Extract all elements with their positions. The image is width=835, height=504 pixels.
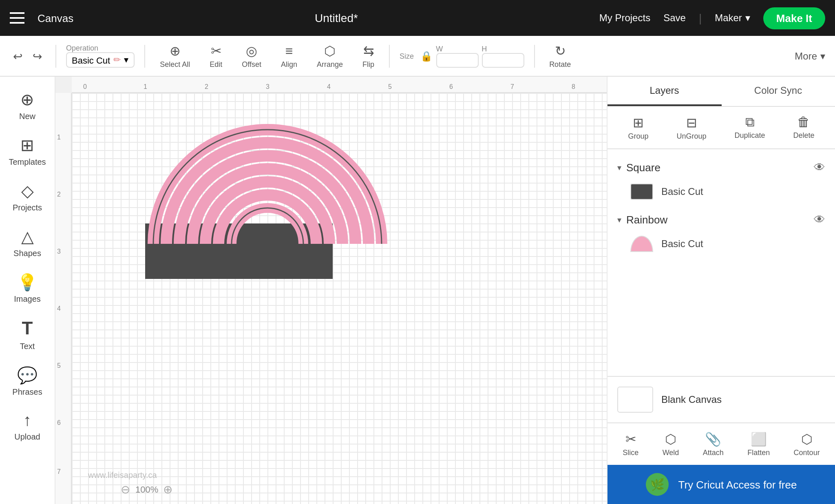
tab-layers[interactable]: Layers	[607, 77, 721, 106]
layer-group-rainbow: ▾ Rainbow 👁 Basic Cut	[607, 208, 835, 257]
top-bar-right: My Projects Save | Maker ▾ Make It	[599, 7, 825, 29]
layer-item-square-cut[interactable]: Basic Cut	[607, 179, 835, 205]
zoom-control: ⊖ 100% ⊕	[121, 483, 173, 496]
contour-icon: ⬡	[801, 431, 813, 447]
sidebar-item-upload[interactable]: ↑ Upload	[4, 405, 51, 448]
duplicate-button[interactable]: ⧉ Duplicate	[728, 112, 771, 144]
sidebar-item-images[interactable]: 💡 Images	[4, 266, 51, 310]
flatten-icon: ⬜	[751, 431, 767, 447]
width-input[interactable]	[436, 53, 478, 67]
blank-canvas-section[interactable]: Blank Canvas	[607, 376, 835, 422]
arrange-icon: ⬡	[324, 43, 336, 59]
group-icon: ⊞	[633, 115, 643, 130]
align-button[interactable]: ≡ Align	[276, 40, 302, 71]
top-bar: Canvas Untitled* My Projects Save | Make…	[0, 0, 835, 36]
toolbar: ↩ ↪ Operation Basic Cut ✏ ▾ ⊕ Select All…	[0, 36, 835, 77]
save-link[interactable]: Save	[663, 12, 686, 24]
top-bar-center: Untitled*	[86, 11, 586, 24]
arrange-button[interactable]: ⬡ Arrange	[312, 40, 348, 72]
sidebar-item-text[interactable]: T Text	[4, 312, 51, 357]
sidebar-item-phrases[interactable]: 💬 Phrases	[4, 359, 51, 403]
templates-icon: ⊞	[20, 135, 34, 155]
ungroup-icon: ⊟	[686, 115, 697, 130]
lock-icon: 🔒	[420, 50, 433, 62]
layer-group-rainbow-header[interactable]: ▾ Rainbow 👁	[607, 208, 835, 231]
more-button[interactable]: More ▾	[795, 50, 825, 62]
size-group: Size 🔒 W H	[400, 44, 524, 67]
cricut-icon: 🌿	[646, 473, 669, 496]
sidebar-item-projects[interactable]: ◇ Projects	[4, 175, 51, 219]
ruler-vertical: 1 2 3 4 5 6 7 8	[55, 93, 72, 504]
make-it-button[interactable]: Make It	[763, 7, 825, 29]
projects-icon: ◇	[21, 181, 33, 201]
upload-icon: ↑	[23, 411, 31, 430]
attach-icon: 📎	[705, 431, 721, 447]
plus-icon: ⊕	[20, 90, 34, 109]
phrases-icon: 💬	[17, 365, 38, 385]
text-icon: T	[22, 318, 33, 339]
rotate-button[interactable]: ↻ Rotate	[544, 40, 576, 72]
edit-button[interactable]: ✂ Edit	[205, 40, 227, 72]
left-sidebar: ⊕ New ⊞ Templates ◇ Projects △ Shapes 💡 …	[0, 77, 55, 504]
attach-button[interactable]: 📎 Attach	[698, 428, 729, 460]
select-all-icon: ⊕	[170, 43, 180, 59]
slice-button[interactable]: ✂ Slice	[618, 428, 643, 460]
visibility-icon[interactable]: 👁	[814, 213, 825, 226]
operation-group: Operation Basic Cut ✏ ▾	[66, 44, 135, 68]
layer-group-square-header[interactable]: ▾ Square 👁	[607, 156, 835, 179]
sidebar-item-new[interactable]: ⊕ New	[4, 83, 51, 127]
offset-button[interactable]: ◎ Offset	[237, 40, 266, 72]
pen-icon: ✏	[113, 55, 121, 65]
ruler-horizontal: 0 1 2 3 4 5 6 7 8 9 10 11	[72, 77, 607, 93]
panel-bottom-toolbar: ✂ Slice ⬡ Weld 📎 Attach ⬜ Flatten ⬡ Cont…	[607, 422, 835, 465]
size-label: Size	[400, 52, 414, 60]
watermark: www.lifeisaparty.ca	[88, 471, 157, 480]
redo-button[interactable]: ↪	[29, 46, 46, 66]
align-icon: ≡	[285, 44, 293, 58]
blank-canvas-label: Blank Canvas	[661, 394, 722, 405]
flatten-button[interactable]: ⬜ Flatten	[742, 428, 775, 460]
undo-button[interactable]: ↩	[10, 46, 26, 66]
operation-label: Operation	[66, 44, 135, 52]
flip-button[interactable]: ⇆ Flip	[358, 40, 379, 72]
sidebar-item-shapes[interactable]: △ Shapes	[4, 220, 51, 264]
height-label: H	[482, 44, 524, 53]
delete-button[interactable]: 🗑 Delete	[786, 112, 821, 144]
images-icon: 💡	[17, 272, 38, 292]
rotate-icon: ↻	[555, 43, 566, 59]
weld-button[interactable]: ⬡ Weld	[658, 428, 684, 460]
panel-tabs: Layers Color Sync	[607, 77, 835, 107]
try-banner-text: Try Cricut Access for free	[678, 478, 797, 491]
try-cricut-banner[interactable]: 🌿 Try Cricut Access for free	[607, 465, 835, 504]
offset-icon: ◎	[246, 43, 257, 59]
zoom-in-button[interactable]: ⊕	[163, 483, 173, 496]
layer-item-rainbow-cut[interactable]: Basic Cut	[607, 231, 835, 257]
zoom-out-button[interactable]: ⊖	[121, 483, 130, 496]
maker-selector[interactable]: Maker ▾	[715, 12, 750, 24]
group-button[interactable]: ⊞ Group	[621, 112, 655, 144]
contour-button[interactable]: ⬡ Contour	[789, 428, 825, 460]
select-all-button[interactable]: ⊕ Select All	[155, 40, 195, 72]
shapes-icon: △	[21, 227, 33, 246]
chevron-down-icon: ▾	[124, 55, 129, 65]
weld-icon: ⬡	[665, 431, 676, 447]
canvas-grid[interactable]: www.lifeisaparty.ca ⊖ 100% ⊕	[72, 93, 607, 504]
visibility-icon[interactable]: 👁	[814, 161, 825, 174]
duplicate-icon: ⧉	[745, 115, 754, 130]
tab-color-sync[interactable]: Color Sync	[721, 77, 835, 106]
undo-redo-group: ↩ ↪	[10, 46, 46, 66]
rainbow-shape[interactable]	[145, 101, 390, 281]
height-input[interactable]	[482, 53, 524, 67]
chevron-down-icon: ▾	[617, 163, 621, 172]
my-projects-link[interactable]: My Projects	[599, 12, 650, 24]
layers-list: ▾ Square 👁 Basic Cut ▾ Rainbow 👁	[607, 149, 835, 376]
sidebar-item-templates[interactable]: ⊞ Templates	[4, 129, 51, 173]
ungroup-button[interactable]: ⊟ UnGroup	[670, 112, 713, 144]
width-label: W	[436, 44, 478, 53]
hamburger-menu[interactable]	[10, 12, 24, 24]
panel-toolbar: ⊞ Group ⊟ UnGroup ⧉ Duplicate 🗑 Delete	[607, 107, 835, 149]
canvas-area[interactable]: 0 1 2 3 4 5 6 7 8 9 10 11 1 2 3 4 5	[55, 77, 607, 504]
main-layout: ⊕ New ⊞ Templates ◇ Projects △ Shapes 💡 …	[0, 77, 835, 504]
layer-thumbnail	[630, 183, 653, 200]
operation-select[interactable]: Basic Cut ✏ ▾	[66, 52, 135, 68]
